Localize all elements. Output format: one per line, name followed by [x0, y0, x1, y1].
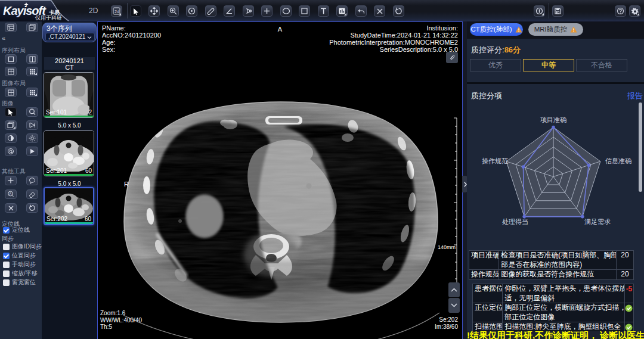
svg-text:仅用于科研: 仅用于科研: [35, 15, 62, 21]
svg-text:A: A: [10, 192, 12, 195]
